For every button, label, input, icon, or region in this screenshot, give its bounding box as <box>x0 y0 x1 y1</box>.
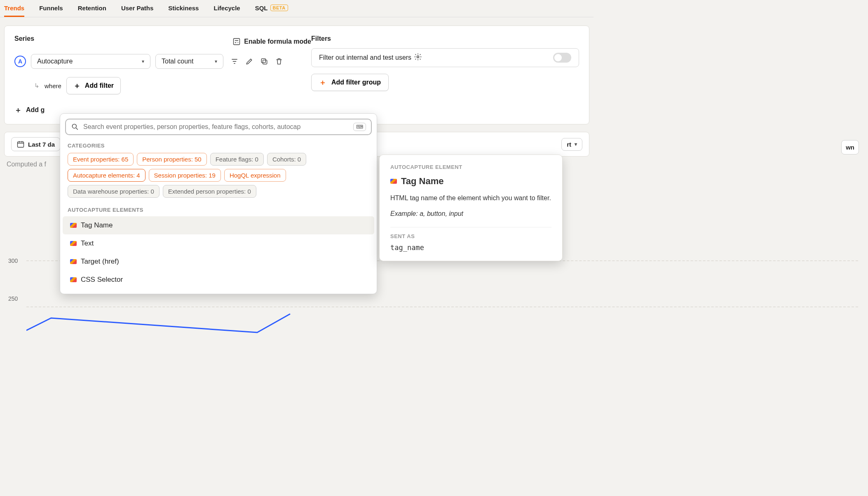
search-input[interactable] <box>83 123 349 131</box>
categories-heading: CATEGORIES <box>68 143 369 149</box>
tab-retention[interactable]: Retention <box>78 0 106 17</box>
chip-data-warehouse-properties[interactable]: Data warehouse properties: 0 <box>68 185 160 198</box>
aggregation-select[interactable]: Total count ▾ <box>155 54 223 69</box>
chevron-down-icon: ▾ <box>142 58 144 64</box>
tab-trends[interactable]: Trends <box>4 0 24 17</box>
chip-person-properties[interactable]: Person properties: 50 <box>137 153 206 166</box>
option-label: Tag Name <box>81 221 113 229</box>
option-label: CSS Selector <box>81 276 123 284</box>
delete-icon[interactable] <box>274 57 284 66</box>
sent-as-heading: SENT AS <box>390 233 551 239</box>
tab-stickiness[interactable]: Stickiness <box>168 0 199 17</box>
chip-cohorts[interactable]: Cohorts: 0 <box>267 153 306 166</box>
tooltip-example: Example: a, button, input <box>390 209 551 219</box>
formula-label: Enable formula mode <box>244 38 311 45</box>
series-title: Series <box>14 35 34 42</box>
beta-badge: BETA <box>270 5 288 11</box>
add-filter-group-button[interactable]: ＋ Add filter group <box>311 74 389 91</box>
chart-type-select-peek[interactable]: rt ▾ <box>561 138 582 151</box>
tooltip-eyebrow: AUTOCAPTURE ELEMENT <box>390 164 551 170</box>
add-filter-group-label: Add filter group <box>331 79 381 86</box>
option-target-href[interactable]: Target (href) <box>63 253 374 271</box>
event-select-label: Autocapture <box>37 58 73 65</box>
filter-internal-users-card: Filter out internal and test users <box>311 48 579 67</box>
svg-rect-0 <box>234 39 240 45</box>
gear-icon[interactable] <box>414 53 422 63</box>
add-filter-button[interactable]: ＋ Add filter <box>66 77 121 94</box>
plus-icon: ＋ <box>14 105 22 115</box>
chip-feature-flags[interactable]: Feature flags: 0 <box>210 153 264 166</box>
chevron-down-icon: ▾ <box>575 141 577 147</box>
copy-icon[interactable] <box>260 57 269 66</box>
option-tag-name[interactable]: Tag Name <box>63 216 374 234</box>
chart-type-label: rt <box>567 141 571 148</box>
sent-as-value: tag_name <box>390 243 551 252</box>
y-tick: 250 <box>8 295 18 302</box>
chip-event-properties[interactable]: Event properties: 65 <box>68 153 134 166</box>
property-filter-popover: ⌨ CATEGORIES Event properties: 65 Person… <box>60 113 377 294</box>
plus-icon: ＋ <box>73 81 81 91</box>
search-icon <box>71 123 79 131</box>
date-range-select[interactable]: Last 7 da <box>11 137 60 151</box>
property-info-tooltip: AUTOCAPTURE ELEMENT Tag Name HTML tag na… <box>379 154 563 261</box>
svg-rect-2 <box>261 58 265 63</box>
autocapture-icon <box>70 277 77 282</box>
series-actions <box>230 57 284 66</box>
plus-icon: ＋ <box>319 77 326 87</box>
autocapture-options-list: Tag Name Text Target (href) CSS Selector <box>63 216 374 289</box>
chip-hogql-expression[interactable]: HogQL expression <box>224 169 286 182</box>
where-label: where <box>45 82 61 89</box>
option-text[interactable]: Text <box>63 234 374 253</box>
autocapture-icon <box>70 223 77 228</box>
add-graph-label: Add g <box>26 106 45 114</box>
y-tick: 300 <box>8 257 18 264</box>
add-filter-label: Add filter <box>85 82 114 89</box>
property-search[interactable]: ⌨ <box>65 119 372 135</box>
where-row: ↳ where ＋ Add filter <box>34 77 311 94</box>
option-label: Text <box>81 239 94 248</box>
chip-extended-person-properties[interactable]: Extended person properties: 0 <box>163 185 256 198</box>
option-label: Target (href) <box>81 257 119 266</box>
filter-icon[interactable] <box>230 57 239 66</box>
chip-autocapture-elements[interactable]: Autocapture elements: 4 <box>68 169 145 182</box>
formula-icon <box>232 37 241 46</box>
chip-session-properties[interactable]: Session properties: 19 <box>149 169 221 182</box>
svg-point-5 <box>72 124 76 128</box>
calendar-icon <box>16 140 25 148</box>
date-range-label: Last 7 da <box>28 141 55 148</box>
option-css-selector[interactable]: CSS Selector <box>63 271 374 289</box>
tooltip-title-row: Tag Name <box>390 176 551 187</box>
series-badge: A <box>14 56 26 67</box>
filter-internal-label: Filter out internal and test users <box>319 54 411 61</box>
autocapture-icon <box>390 179 397 184</box>
svg-point-3 <box>417 56 419 58</box>
chevron-down-icon: ▾ <box>215 58 217 64</box>
keyboard-icon: ⌨ <box>353 123 366 131</box>
chart-y-axis: 300 250 <box>8 257 18 302</box>
tab-lifecycle[interactable]: Lifecycle <box>213 0 240 17</box>
edit-icon[interactable] <box>245 57 254 66</box>
autocapture-icon <box>70 241 77 246</box>
tab-sql-label: SQL <box>255 5 268 12</box>
autocapture-section-heading: AUTOCAPTURE ELEMENTS <box>68 207 369 213</box>
where-arrow-icon: ↳ <box>34 82 40 89</box>
category-chips: Event properties: 65 Person properties: … <box>65 153 372 198</box>
autocapture-icon <box>70 259 77 264</box>
enable-formula-mode[interactable]: Enable formula mode <box>232 37 311 46</box>
svg-rect-4 <box>18 142 24 147</box>
query-builder-card: Series Enable formula mode A Autocapture… <box>4 26 589 124</box>
insight-tabs: Trends Funnels Retention User Paths Stic… <box>0 0 594 17</box>
tab-sql[interactable]: SQL BETA <box>255 0 288 17</box>
tooltip-description: HTML tag name of the element which you w… <box>390 193 551 203</box>
series-column: Series Enable formula mode A Autocapture… <box>14 35 311 115</box>
tab-user-paths[interactable]: User Paths <box>121 0 153 17</box>
tooltip-title: Tag Name <box>401 176 444 187</box>
filters-title: Filters <box>311 35 579 42</box>
series-row-a: A Autocapture ▾ Total count ▾ <box>14 54 311 69</box>
internal-users-toggle[interactable] <box>553 53 571 63</box>
event-select[interactable]: Autocapture ▾ <box>31 54 150 69</box>
aggregation-label: Total count <box>162 58 193 65</box>
svg-rect-1 <box>263 60 267 64</box>
tab-funnels[interactable]: Funnels <box>39 0 63 17</box>
filters-column: Filters Filter out internal and test use… <box>311 35 579 115</box>
